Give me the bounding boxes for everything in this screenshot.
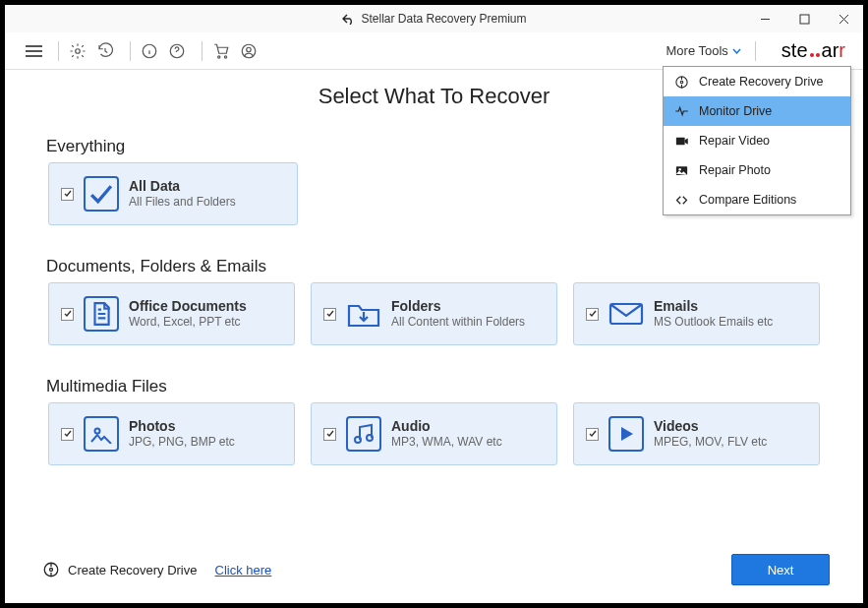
history-icon[interactable] <box>94 40 116 62</box>
card-photos[interactable]: Photos JPG, PNG, BMP etc <box>48 402 295 465</box>
menu-item-label: Repair Video <box>699 134 770 148</box>
card-title: Audio <box>391 418 502 436</box>
svg-point-9 <box>680 81 683 84</box>
checkbox-all-data[interactable] <box>61 188 74 201</box>
menu-item-create-recovery-drive[interactable]: Create Recovery Drive <box>664 67 850 96</box>
menu-item-label: Create Recovery Drive <box>699 75 823 89</box>
separator <box>58 41 59 61</box>
svg-point-16 <box>367 435 373 441</box>
help-icon[interactable] <box>166 40 188 62</box>
separator <box>130 41 131 61</box>
user-icon[interactable] <box>238 40 260 62</box>
checkbox-emails[interactable] <box>586 308 599 321</box>
menu-button[interactable] <box>23 40 44 62</box>
checkbox-office[interactable] <box>61 308 74 321</box>
click-here-link[interactable]: Click here <box>215 563 272 578</box>
menu-item-compare-editions[interactable]: Compare Editions <box>664 185 850 214</box>
video-repair-icon <box>673 133 689 149</box>
svg-point-15 <box>355 437 361 443</box>
cart-icon[interactable] <box>210 40 232 62</box>
more-tools-dropdown[interactable]: More Tools <box>666 43 741 58</box>
svg-point-7 <box>247 47 252 52</box>
separator <box>202 41 203 61</box>
brand-logo: stearr <box>781 39 845 63</box>
menu-item-label: Repair Photo <box>699 163 771 177</box>
disc-icon <box>673 74 689 90</box>
card-subtitle: All Content within Folders <box>391 315 525 330</box>
maximize-button[interactable] <box>784 5 824 32</box>
check-icon <box>84 176 119 212</box>
music-icon <box>346 416 381 452</box>
mail-icon <box>608 296 644 332</box>
minimize-button[interactable] <box>745 5 784 32</box>
menu-item-repair-photo[interactable]: Repair Photo <box>664 155 850 185</box>
menu-item-label: Compare Editions <box>699 193 796 207</box>
checkbox-photos[interactable] <box>61 428 74 441</box>
more-tools-menu: Create Recovery Drive Monitor Drive Repa… <box>663 66 851 215</box>
recovery-drive-icon <box>42 561 60 578</box>
section-title-docs: Documents, Folders & Emails <box>46 257 820 276</box>
checkbox-folders[interactable] <box>323 308 336 321</box>
checkbox-audio[interactable] <box>323 428 336 441</box>
svg-rect-0 <box>800 15 809 24</box>
next-button[interactable]: Next <box>731 554 830 585</box>
chevron-down-icon <box>732 48 741 54</box>
app-title: Stellar Data Recovery Premium <box>361 12 526 26</box>
app-window: Stellar Data Recovery Premium More Tools… <box>5 5 863 603</box>
document-icon <box>84 296 119 332</box>
section-title-multimedia: Multimedia Files <box>46 377 820 396</box>
card-subtitle: Word, Excel, PPT etc <box>129 315 247 330</box>
svg-rect-10 <box>675 137 684 145</box>
menu-item-monitor-drive[interactable]: Monitor Drive <box>664 96 850 126</box>
svg-point-1 <box>76 48 81 53</box>
compare-icon <box>673 192 689 208</box>
undo-icon <box>341 13 355 25</box>
svg-point-18 <box>50 569 53 572</box>
separator <box>755 41 756 61</box>
card-title: Emails <box>654 298 773 316</box>
card-subtitle: MS Outlook Emails etc <box>654 315 773 330</box>
card-subtitle: JPG, PNG, BMP etc <box>129 435 235 450</box>
footer-label: Create Recovery Drive <box>68 563 198 578</box>
gear-icon[interactable] <box>67 40 88 62</box>
card-subtitle: MP3, WMA, WAV etc <box>391 435 502 450</box>
checkbox-videos[interactable] <box>586 428 599 441</box>
svg-point-5 <box>224 55 226 57</box>
card-emails[interactable]: Emails MS Outlook Emails etc <box>573 282 820 345</box>
card-videos[interactable]: Videos MPEG, MOV, FLV etc <box>573 402 820 465</box>
card-title: Folders <box>391 298 525 316</box>
folder-download-icon <box>346 296 381 332</box>
card-office-documents[interactable]: Office Documents Word, Excel, PPT etc <box>48 282 295 345</box>
menu-item-label: Monitor Drive <box>699 104 772 118</box>
svg-point-4 <box>218 55 220 57</box>
titlebar: Stellar Data Recovery Premium <box>5 5 863 32</box>
card-audio[interactable]: Audio MP3, WMA, WAV etc <box>311 402 557 465</box>
pulse-icon <box>673 103 689 119</box>
play-icon <box>608 416 644 452</box>
card-folders[interactable]: Folders All Content within Folders <box>311 282 557 345</box>
menu-item-repair-video[interactable]: Repair Video <box>664 126 850 155</box>
card-title: Office Documents <box>129 298 247 316</box>
card-title: Photos <box>129 418 235 436</box>
image-icon <box>84 416 119 452</box>
card-title: All Data <box>129 178 236 196</box>
more-tools-label: More Tools <box>666 43 728 58</box>
card-all-data[interactable]: All Data All Files and Folders <box>48 162 298 225</box>
close-button[interactable] <box>824 5 863 32</box>
card-subtitle: All Files and Folders <box>129 195 236 210</box>
toolbar: More Tools stearr <box>5 32 863 70</box>
card-title: Videos <box>654 418 767 436</box>
svg-point-14 <box>95 429 100 434</box>
svg-point-12 <box>678 168 681 171</box>
info-icon[interactable] <box>139 40 160 62</box>
footer: Create Recovery Drive Click here Next <box>5 536 863 603</box>
photo-repair-icon <box>673 162 689 178</box>
card-subtitle: MPEG, MOV, FLV etc <box>654 435 767 450</box>
